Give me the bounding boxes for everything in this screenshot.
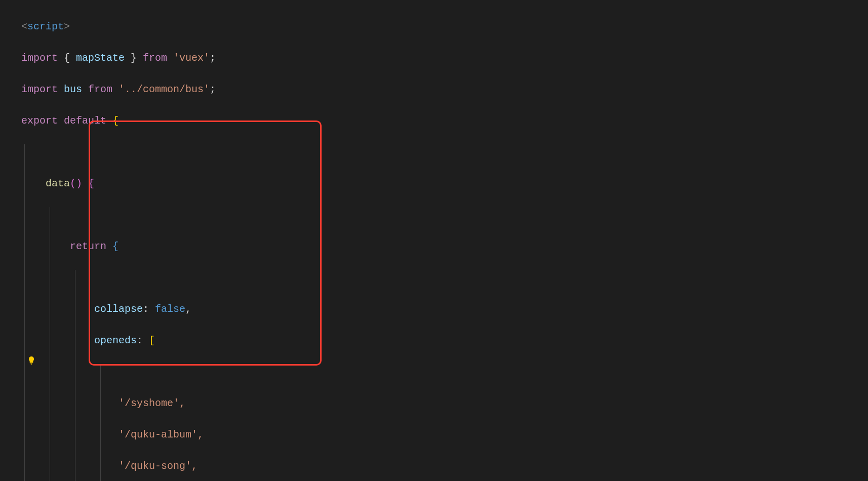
semicolon: ; [210, 84, 216, 95]
string: '/syshome', [119, 397, 185, 409]
keyword-return: return [70, 240, 106, 252]
string: 'vuex' [167, 52, 210, 64]
code-line: data() { [21, 176, 868, 191]
keyword-export: export [21, 115, 58, 127]
code-line: import { mapState } from 'vuex'; [21, 50, 868, 66]
brace: { [106, 115, 119, 127]
string: '/quku-song', [119, 460, 198, 472]
tag-name: script [27, 21, 64, 32]
lightbulb-icon[interactable] [27, 356, 36, 365]
code-line: collapse: false, [21, 301, 868, 317]
boolean: false [155, 303, 185, 315]
identifier: mapState [76, 52, 125, 64]
method-name: data [46, 178, 70, 189]
code-line: export default { [21, 113, 868, 129]
keyword-import: import [21, 52, 58, 64]
colon: : [143, 303, 155, 315]
angle-bracket: < [21, 21, 27, 32]
comma: , [185, 303, 191, 315]
string: '../common/bus' [112, 84, 210, 95]
code-line: <script> [21, 19, 868, 34]
array-item: '/syshome', [21, 395, 868, 411]
code-line: openeds: [ [21, 333, 868, 348]
property-key: openeds [94, 335, 137, 346]
semicolon: ; [210, 52, 216, 64]
brace: { [82, 178, 94, 189]
property-key: collapse [94, 303, 143, 315]
identifier: bus [58, 84, 88, 95]
array-item: '/quku-song', [21, 458, 868, 474]
colon: : [137, 335, 149, 346]
parens: () [70, 178, 82, 189]
string: '/quku-album', [119, 429, 204, 440]
keyword-from: from [143, 52, 167, 64]
keyword-from: from [88, 84, 112, 95]
keyword-default: default [58, 115, 106, 127]
brace: { [106, 240, 119, 252]
code-line: return { [21, 238, 868, 254]
code-editor[interactable]: <script> import { mapState } from 'vuex'… [0, 0, 868, 481]
array-item: '/quku-album', [21, 427, 868, 443]
keyword-import: import [21, 84, 58, 95]
angle-bracket: > [64, 21, 70, 32]
bracket: [ [149, 335, 155, 346]
brace: } [125, 52, 143, 64]
code-line: import bus from '../common/bus'; [21, 82, 868, 97]
brace: { [58, 52, 76, 64]
